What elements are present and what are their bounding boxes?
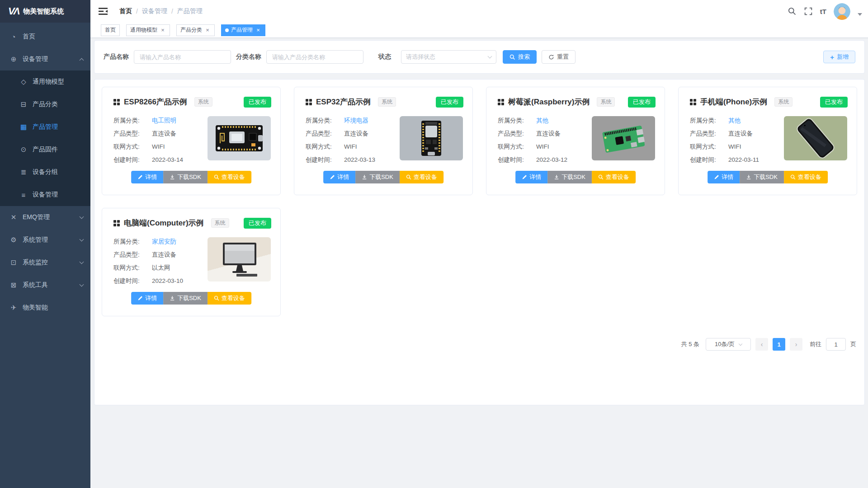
sidebar-item-emq-management[interactable]: ✕ EMQ管理	[0, 206, 90, 229]
tab-close-icon[interactable]: ×	[204, 27, 211, 33]
esp32-product-image	[400, 116, 463, 160]
prev-page-button[interactable]: ‹	[755, 338, 768, 351]
system-tag: 系统	[774, 97, 793, 107]
product-title: 电脑端(Computer)示例	[124, 218, 204, 228]
sidebar: VΛ 物美智能系统 ◔ 首页 ⊕ 设备管理 ◇ 通用物模型 ⊟ 产品分类 ▦ 产…	[0, 0, 90, 488]
product-title: 树莓派(Raspberry)示例	[508, 97, 590, 107]
product-card: 树莓派(Raspberry)示例 系统 已发布 所属分类: 其他 产品类型: 直…	[486, 87, 665, 195]
goto-label: 前往	[810, 340, 821, 348]
chevron-icon	[80, 282, 84, 287]
font-size-icon[interactable]: tT	[820, 8, 826, 15]
tab-通用物模型[interactable]: 通用物模型 ×	[126, 24, 170, 36]
breadcrumb-item[interactable]: 首页	[119, 7, 132, 15]
reset-button[interactable]: 重置	[542, 50, 576, 64]
search-icon	[598, 174, 604, 180]
category-link[interactable]: 电工照明	[152, 117, 176, 125]
sidebar-item-product-category[interactable]: ⊟ 产品分类	[0, 93, 90, 116]
avatar[interactable]	[834, 3, 850, 20]
product-name-input[interactable]	[134, 50, 231, 64]
grid-icon	[113, 99, 120, 105]
breadcrumb-item[interactable]: 设备管理	[142, 7, 167, 15]
status-select[interactable]: 请选择状态	[401, 50, 496, 64]
active-dot-icon	[225, 28, 229, 32]
detail-button[interactable]: 详情	[131, 292, 163, 305]
sidebar-item-system-monitor[interactable]: ⊡ 系统监控	[0, 251, 90, 274]
system-tag: 系统	[378, 97, 396, 107]
system-tools-icon: ⊠	[10, 281, 17, 289]
category-name-input[interactable]	[266, 50, 363, 64]
sidebar-item-device-management[interactable]: ⊕ 设备管理	[0, 48, 90, 70]
view-devices-button[interactable]: 查看设备	[784, 171, 828, 183]
sidebar-item-product-management[interactable]: ▦ 产品管理	[0, 116, 90, 138]
category-link[interactable]: 环境电器	[344, 117, 368, 125]
view-devices-button[interactable]: 查看设备	[592, 171, 636, 183]
tab-close-icon[interactable]: ×	[160, 27, 166, 33]
download-icon	[362, 174, 367, 180]
detail-button[interactable]: 详情	[708, 171, 740, 183]
sidebar-item-home[interactable]: ◔ 首页	[0, 25, 90, 48]
tab-产品分类[interactable]: 产品分类 ×	[176, 24, 215, 36]
category-link[interactable]: 其他	[728, 117, 741, 125]
category-name-label: 分类名称	[236, 53, 261, 61]
product-card: 手机端(Phone)示例 系统 已发布 所属分类: 其他 产品类型: 直连设备 …	[678, 87, 857, 195]
computer-product-image	[208, 237, 271, 282]
add-button[interactable]: + 新增	[823, 51, 855, 63]
view-devices-button[interactable]: 查看设备	[208, 171, 251, 183]
sidebar-item-brand[interactable]: ✈ 物美智能	[0, 296, 90, 319]
logo[interactable]: VΛ 物美智能系统	[0, 0, 90, 23]
esp8266-product-image	[208, 116, 271, 160]
view-devices-button[interactable]: 查看设备	[208, 292, 251, 305]
next-page-button[interactable]: ›	[790, 338, 802, 351]
search-icon[interactable]	[788, 7, 797, 16]
sidebar-item-device-group[interactable]: ≣ 设备分组	[0, 161, 90, 183]
tab-产品管理[interactable]: 产品管理 ×	[221, 24, 265, 36]
search-icon	[214, 174, 219, 180]
chevron-down-icon	[739, 342, 742, 346]
brand-icon: ✈	[10, 304, 17, 312]
product-title: ESP8266产品示例	[124, 97, 187, 107]
download-sdk-button[interactable]: 下载SDK	[163, 292, 208, 305]
download-sdk-button[interactable]: 下载SDK	[740, 171, 784, 183]
download-sdk-button[interactable]: 下载SDK	[163, 171, 208, 183]
edit-icon	[137, 296, 143, 301]
search-icon	[214, 296, 219, 301]
tags-view: 首页 通用物模型 × 产品分类 × 产品管理 ×	[90, 23, 868, 38]
detail-button[interactable]: 详情	[515, 171, 547, 183]
category-link[interactable]: 家居安防	[152, 238, 176, 246]
category-link[interactable]: 其他	[536, 117, 548, 125]
goto-page-input[interactable]	[826, 338, 846, 351]
product-management-icon: ▦	[20, 123, 27, 131]
view-devices-button[interactable]: 查看设备	[400, 171, 443, 183]
raspberry-product-image	[592, 116, 655, 160]
status-badge: 已发布	[628, 97, 656, 108]
sidebar-item-system-tools[interactable]: ⊠ 系统工具	[0, 274, 90, 296]
page-size-select[interactable]: 10条/页	[706, 338, 751, 351]
status-badge: 已发布	[244, 97, 271, 108]
system-monitor-icon: ⊡	[10, 258, 17, 267]
product-title: ESP32产品示例	[316, 97, 371, 107]
sidebar-fold-icon[interactable]	[99, 7, 108, 15]
download-sdk-button[interactable]: 下载SDK	[547, 171, 592, 183]
page-number-1[interactable]: 1	[773, 338, 785, 351]
detail-button[interactable]: 详情	[323, 171, 355, 183]
sidebar-item-product-firmware[interactable]: ⊙ 产品固件	[0, 138, 90, 161]
chevron-icon	[80, 58, 84, 62]
tab-close-icon[interactable]: ×	[255, 27, 261, 33]
tab-首页[interactable]: 首页	[101, 24, 120, 36]
top-navbar: 首页/设备管理/产品管理 tT	[90, 0, 868, 23]
filter-panel: 产品名称 分类名称 状态 请选择状态 搜索	[94, 40, 865, 74]
system-tag: 系统	[194, 97, 212, 107]
download-icon	[554, 174, 559, 180]
download-sdk-button[interactable]: 下载SDK	[355, 171, 400, 183]
status-label: 状态	[378, 53, 391, 61]
detail-button[interactable]: 详情	[131, 171, 163, 183]
sidebar-item-device-list[interactable]: ≡ 设备管理	[0, 183, 90, 206]
logo-icon: VΛ	[8, 5, 19, 17]
caret-down-icon[interactable]	[858, 13, 862, 16]
chevron-icon	[80, 237, 84, 242]
sidebar-item-thing-model[interactable]: ◇ 通用物模型	[0, 70, 90, 93]
system-settings-icon: ⚙	[10, 236, 17, 244]
fullscreen-icon[interactable]	[804, 7, 813, 16]
search-button[interactable]: 搜索	[503, 50, 537, 64]
sidebar-item-system-management[interactable]: ⚙ 系统管理	[0, 229, 90, 251]
